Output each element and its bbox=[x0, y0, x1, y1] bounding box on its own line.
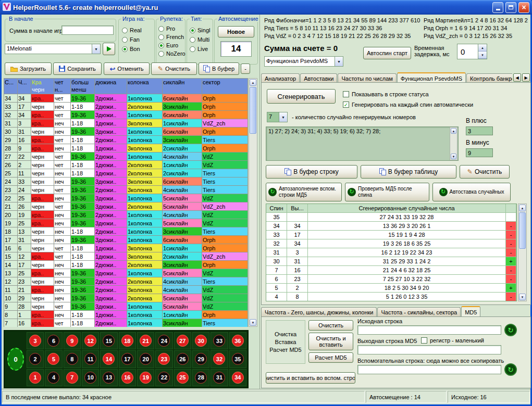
title-bar[interactable]: HelperRoullet 5.6- create helperroullet@… bbox=[0, 0, 532, 15]
generate-button[interactable]: Сгенерировать bbox=[267, 89, 336, 104]
generated-table-scrollbar[interactable]: ▲ ▼ bbox=[518, 204, 527, 301]
gen-row-34[interactable]: 343413 36 29 3 20 26 1- bbox=[266, 222, 516, 231]
radio-icon[interactable] bbox=[122, 46, 128, 52]
history-row-22[interactable]: 2225кра..неч19-363дюжи..1колонка5сиклайн… bbox=[4, 194, 248, 202]
freq-tab-1[interactable]: Частота - сиклайны, сектора bbox=[377, 307, 461, 316]
undo-button[interactable]: ↩Отменить bbox=[104, 62, 150, 75]
md5-clear-button[interactable]: Очистить bbox=[308, 320, 353, 331]
history-row-34[interactable]: 3434кра..чет19-363дюжи..1колонка6сиклайн… bbox=[4, 94, 248, 103]
scroll-down-icon[interactable]: ▼ bbox=[519, 294, 526, 300]
history-row-32[interactable]: 3234кра..чет19-363дюжи..1колонка6сиклайн… bbox=[4, 111, 248, 119]
show-in-status-checkbox[interactable]: Показывать в строке статуса bbox=[343, 91, 429, 97]
radio-icon[interactable] bbox=[158, 26, 164, 32]
history-row-16[interactable]: 166чернчет1-181дюжи..3колонка1сиклайнOrp… bbox=[4, 244, 248, 252]
radio-icon[interactable] bbox=[158, 34, 164, 40]
combo-arrow-icon[interactable]: ▼ bbox=[92, 44, 100, 54]
preset-combo[interactable]: 1Melonati ▼ bbox=[5, 44, 101, 54]
scroll-down-icon[interactable]: ▼ bbox=[250, 319, 256, 326]
spinner-down-icon[interactable]: ▼ bbox=[478, 52, 487, 59]
board-cell-15[interactable]: 15 bbox=[100, 332, 117, 349]
radio-option-multi[interactable]: Multi bbox=[190, 36, 212, 43]
board-cell-27[interactable]: 27 bbox=[174, 332, 191, 349]
board-cell-29[interactable]: 29 bbox=[192, 350, 209, 367]
board-cell-12[interactable]: 12 bbox=[82, 332, 99, 349]
board-cell-13[interactable]: 13 bbox=[100, 369, 117, 386]
main-tab-0[interactable]: Анализатор bbox=[261, 73, 300, 83]
board-cell-21[interactable]: 21 bbox=[137, 332, 154, 349]
radio-option-fan[interactable]: Fan bbox=[122, 36, 153, 43]
board-cell-19[interactable]: 19 bbox=[137, 369, 154, 386]
scroll-thumb[interactable] bbox=[519, 212, 526, 249]
radio-icon[interactable] bbox=[190, 37, 195, 43]
clear-button[interactable]: ✎Очистить bbox=[151, 62, 197, 75]
delay-spinner[interactable]: 0 ▲▼ bbox=[457, 44, 487, 59]
autobet-button[interactable]: ↻Автоставка случайных bbox=[432, 183, 511, 201]
main-tab-2[interactable]: Частоты по числам bbox=[338, 73, 396, 83]
freq-tab-2[interactable]: MD5 bbox=[461, 306, 480, 316]
recycle-button[interactable]: ↻ bbox=[504, 363, 517, 376]
history-row-18[interactable]: 1813черннеч1-182дюжи..1колонка3сиклайнTi… bbox=[4, 227, 248, 236]
combo-arrow-icon[interactable]: ▼ bbox=[279, 112, 287, 122]
count-combo[interactable]: 7 ▼ bbox=[267, 112, 288, 122]
scroll-up-icon[interactable]: ▲ bbox=[519, 205, 526, 211]
history-row-28[interactable]: 289кра..неч1-181дюжи..3колонка2сиклайнOr… bbox=[4, 144, 248, 153]
radio-icon[interactable] bbox=[122, 37, 128, 43]
gen-row-32[interactable]: 323419 3 26 18 6 35 25- bbox=[266, 239, 516, 248]
history-row-19[interactable]: 1925кра..неч19-363дюжи..1колонка5сиклайн… bbox=[4, 219, 248, 227]
autospin-start-button[interactable]: Автоспин старт bbox=[363, 47, 411, 59]
board-cell-35[interactable]: 35 bbox=[229, 350, 246, 367]
generated-numbers-area[interactable]: 1) 27; 2) 24; 3) 31; 4) 33; 5) 19; 6) 32… bbox=[266, 126, 459, 161]
clear-paste-helper-button[interactable]: Очистить и вставить во вспом. строку bbox=[266, 372, 355, 384]
close-button[interactable]: × bbox=[518, 2, 529, 13]
history-row-10[interactable]: 1029черннеч19-363дюжи..2колонка5сиклайнV… bbox=[4, 294, 248, 302]
generate-each-spin-checkbox[interactable]: ✓Генерировать на каждый спин автоматичес… bbox=[343, 102, 473, 108]
radio-icon[interactable] bbox=[122, 28, 128, 33]
history-row-8[interactable]: 81кра..неч1-181дюжи..1колонка1сиклайнOrp… bbox=[4, 311, 248, 319]
radio-option-euro[interactable]: Euro bbox=[158, 42, 184, 48]
radio-option-real[interactable]: Real bbox=[122, 27, 153, 33]
radio-option-nozero[interactable]: NoZero bbox=[158, 50, 184, 57]
board-cell-16[interactable]: 16 bbox=[119, 369, 136, 386]
check-md5-button[interactable]: ↻Проверить МД5 после спина bbox=[345, 183, 429, 201]
numbers-area-scrollbar[interactable]: ▲ ▼ bbox=[450, 127, 457, 160]
tabs-scroll-left-icon[interactable]: ◀ bbox=[513, 73, 521, 82]
history-row-25[interactable]: 2511черннеч1-181дюжи..2колонка2сиклайнTi… bbox=[4, 169, 248, 177]
md5-calc-button[interactable]: Расчет MD5 bbox=[308, 352, 353, 363]
gen-row-6[interactable]: 6237 25 27 10 3 22 32- bbox=[266, 275, 516, 284]
checkbox-box[interactable] bbox=[343, 91, 349, 97]
history-row-7[interactable]: 716кра..чет1-182дюжи..1колонка3сиклайнTi… bbox=[4, 319, 248, 327]
board-cell-17[interactable]: 17 bbox=[119, 350, 136, 367]
radio-option-bon[interactable]: Bon bbox=[122, 46, 153, 52]
board-cell-30[interactable]: 30 bbox=[192, 332, 209, 349]
board-cell-8[interactable]: 8 bbox=[64, 350, 81, 367]
new-button[interactable]: Новое bbox=[218, 26, 254, 37]
board-cell-25[interactable]: 25 bbox=[174, 369, 191, 386]
board-cell-32[interactable]: 32 bbox=[211, 350, 228, 367]
play-button[interactable] bbox=[103, 43, 115, 55]
main-tab-1[interactable]: Автоставки bbox=[300, 73, 337, 83]
history-row-31[interactable]: 313кра..неч1-181дюжи..3колонка1сиклайнVd… bbox=[4, 119, 248, 128]
helper-string-input[interactable] bbox=[357, 365, 501, 374]
history-row-29[interactable]: 2916кра..чет1-182дюжи..1колонка3сиклайнT… bbox=[4, 136, 248, 144]
maximize-button[interactable] bbox=[505, 2, 516, 13]
gen-row-5[interactable]: 5218 2 5 30 34 9 20+ bbox=[266, 284, 516, 293]
freq-tab-0[interactable]: Частота - Zero, шансы, дюжины, колонки bbox=[261, 307, 377, 316]
board-cell-28[interactable]: 28 bbox=[192, 369, 209, 386]
board-cell-26[interactable]: 26 bbox=[174, 350, 191, 367]
history-row-23[interactable]: 2324чернчет19-362дюжи..3колонка4сиклайнT… bbox=[4, 186, 248, 194]
history-row-13[interactable]: 1325кра..неч19-363дюжи..1колонка5сиклайн… bbox=[4, 269, 248, 277]
gen-row-30[interactable]: 303131 25 29 33 1 24 2+ bbox=[266, 257, 516, 266]
radio-icon[interactable] bbox=[190, 46, 195, 52]
scroll-down-icon[interactable]: ▼ bbox=[451, 154, 456, 159]
board-cell-31[interactable]: 31 bbox=[211, 369, 228, 386]
buffer-row-button[interactable]: В буфер строку bbox=[266, 165, 357, 179]
clear-generated-button[interactable]: ✎Очистить bbox=[460, 165, 510, 179]
radio-icon[interactable] bbox=[158, 43, 164, 48]
scroll-thumb[interactable] bbox=[250, 87, 256, 134]
checkbox-box[interactable]: ✓ bbox=[343, 102, 349, 108]
functional-combo[interactable]: Функционал PsevdoMS ▼ bbox=[264, 56, 343, 67]
scroll-up-icon[interactable]: ▲ bbox=[250, 79, 256, 86]
board-cell-33[interactable]: 33 bbox=[211, 332, 228, 349]
board-cell-0[interactable]: 0 bbox=[7, 348, 24, 371]
history-row-24[interactable]: 2433черннеч19-363дюжи..3колонка6сиклайнT… bbox=[4, 177, 248, 186]
